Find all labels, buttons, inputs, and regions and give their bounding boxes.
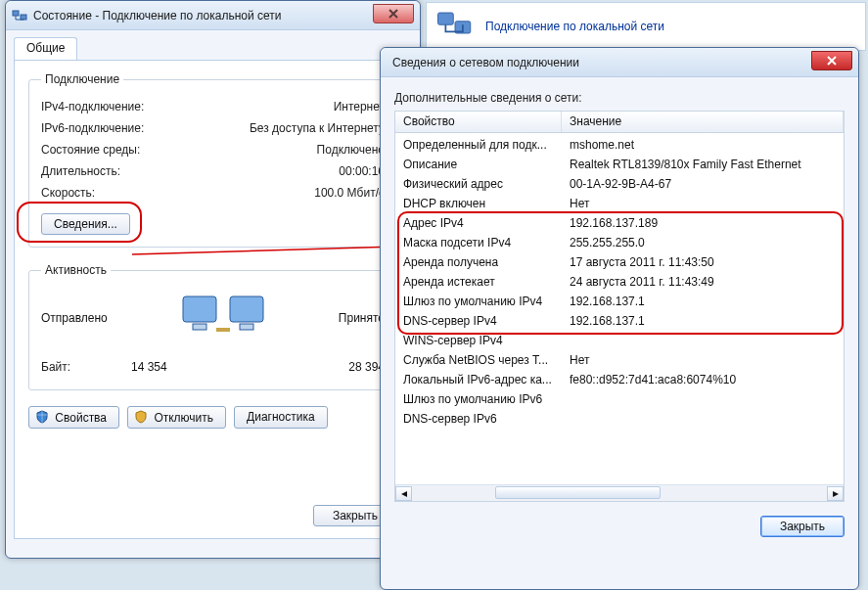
details-row-property: Маска подсети IPv4: [395, 233, 562, 252]
details-row[interactable]: Маска подсети IPv4255.255.255.0: [395, 233, 844, 252]
details-row-value: Realtek RTL8139/810x Family Fast Etherne…: [562, 155, 844, 174]
connection-legend: Подключение: [41, 72, 123, 86]
details-row-value: Нет: [562, 194, 844, 213]
details-row-value: 192.168.137.1: [562, 292, 844, 311]
details-row-property: WINS-сервер IPv4: [395, 331, 562, 350]
details-row-value: [562, 389, 844, 409]
status-row: Длительность:00:00:16: [41, 160, 385, 182]
bytes-recv-value: 28 394: [228, 356, 385, 378]
network-connection-item[interactable]: Подключение по локальной сети: [426, 2, 866, 51]
details-row-value: fe80::d952:7d41:aca8:6074%10: [562, 370, 844, 389]
svg-rect-2: [13, 11, 19, 16]
details-row[interactable]: Адрес IPv4192.168.137.189: [395, 213, 844, 233]
status-titlebar[interactable]: Состояние - Подключение по локальной сет…: [6, 1, 420, 30]
activity-sent-label: Отправлено: [41, 311, 108, 325]
details-row-value: [562, 409, 844, 429]
activity-computers-icon: [179, 291, 267, 344]
details-row-property: Шлюз по умолчанию IPv4: [395, 292, 562, 311]
activity-legend: Активность: [41, 263, 111, 277]
status-close-button[interactable]: [373, 4, 414, 23]
details-row-property: Аренда истекает: [395, 272, 562, 292]
details-row[interactable]: Аренда получена17 августа 2011 г. 11:43:…: [395, 252, 844, 272]
status-row-label: Состояние среды:: [41, 139, 140, 160]
status-row: Скорость:100.0 Мбит/с: [41, 182, 385, 204]
details-row-property: Физический адрес: [395, 174, 562, 194]
details-row[interactable]: Физический адрес00-1A-92-9B-A4-67: [395, 174, 844, 194]
status-window: Состояние - Подключение по локальной сет…: [5, 0, 421, 559]
details-close-button-footer[interactable]: Закрыть: [760, 516, 845, 537]
details-row[interactable]: Локальный IPv6-адрес ка...fe80::d952:7d4…: [395, 370, 844, 389]
status-row-label: Длительность:: [41, 160, 120, 182]
details-row[interactable]: DNS-сервер IPv4192.168.137.1: [395, 311, 844, 331]
activity-recv-label: Принято: [339, 311, 385, 325]
details-row-value: mshome.net: [562, 135, 844, 155]
details-row[interactable]: Аренда истекает24 августа 2011 г. 11:43:…: [395, 272, 844, 292]
svg-rect-5: [230, 296, 263, 322]
details-row-property: Локальный IPv6-адрес ка...: [395, 370, 562, 389]
details-grid: Свойство Значение Определенный для подк.…: [394, 111, 845, 502]
shield-icon: [35, 410, 49, 424]
details-row-property: DNS-сервер IPv6: [395, 409, 562, 429]
status-row-value: 00:00:16: [339, 160, 385, 182]
status-row-label: IPv6-подключение:: [41, 117, 144, 139]
status-row-value: Без доступа к Интернету: [250, 117, 385, 139]
details-window: Сведения о сетевом подключении Дополните…: [380, 47, 859, 590]
status-row-value: 100.0 Мбит/с: [314, 182, 385, 204]
details-row[interactable]: Шлюз по умолчанию IPv6: [395, 389, 844, 409]
details-row-property: Описание: [395, 155, 562, 174]
details-row[interactable]: ОписаниеRealtek RTL8139/810x Family Fast…: [395, 155, 844, 174]
col-property[interactable]: Свойство: [395, 112, 562, 132]
scroll-track[interactable]: [412, 486, 827, 501]
properties-button[interactable]: Свойства: [28, 406, 119, 429]
details-row-value: 255.255.255.0: [562, 233, 844, 252]
status-row-value: Интернет: [334, 96, 385, 117]
connection-fieldset: Подключение IPv4-подключение:ИнтернетIPv…: [28, 72, 397, 248]
disable-button[interactable]: Отключить: [127, 406, 226, 429]
shield-icon: [134, 410, 148, 424]
activity-fieldset: Активность Отправлено Принято Байт: 14 3…: [28, 263, 397, 390]
horizontal-scrollbar[interactable]: ◂ ▸: [395, 484, 844, 501]
details-row[interactable]: Служба NetBIOS через T...Нет: [395, 350, 844, 370]
status-row-label: IPv4-подключение:: [41, 96, 144, 117]
tab-general[interactable]: Общие: [14, 37, 77, 61]
scroll-right-icon[interactable]: ▸: [827, 486, 844, 501]
scroll-left-icon[interactable]: ◂: [395, 486, 412, 501]
svg-rect-6: [193, 324, 206, 330]
status-buttons-row: Свойства Отключить Диагностика: [28, 406, 397, 429]
details-close-button[interactable]: [811, 51, 852, 70]
status-row: Состояние среды:Подключено: [41, 139, 385, 160]
details-button[interactable]: Сведения...: [41, 213, 130, 235]
details-row[interactable]: Определенный для подк...mshome.net: [395, 135, 844, 155]
col-value[interactable]: Значение: [562, 112, 844, 132]
details-row[interactable]: DNS-сервер IPv6: [395, 409, 844, 429]
details-row-value: 192.168.137.1: [562, 311, 844, 331]
details-titlebar[interactable]: Сведения о сетевом подключении: [381, 48, 858, 77]
details-row-property: Определенный для подк...: [395, 135, 562, 155]
details-row-property: Адрес IPv4: [395, 213, 562, 233]
status-row: IPv6-подключение:Без доступа к Интернету: [41, 117, 385, 139]
network-icon: [434, 6, 476, 47]
details-row[interactable]: WINS-сервер IPv4: [395, 331, 844, 350]
details-row-value: Нет: [562, 350, 844, 370]
details-subheader: Дополнительные сведения о сети:: [394, 91, 845, 105]
status-row-label: Скорость:: [41, 182, 95, 204]
scroll-thumb[interactable]: [495, 486, 662, 499]
details-row[interactable]: Шлюз по умолчанию IPv4192.168.137.1: [395, 292, 844, 311]
status-row: IPv4-подключение:Интернет: [41, 96, 385, 117]
details-row-value: [562, 331, 844, 350]
details-row-property: DNS-сервер IPv4: [395, 311, 562, 331]
details-row-value: 192.168.137.189: [562, 213, 844, 233]
details-window-title: Сведения о сетевом подключении: [387, 56, 852, 69]
details-row-value: 17 августа 2011 г. 11:43:50: [562, 252, 844, 272]
details-row[interactable]: DHCP включенНет: [395, 194, 844, 213]
svg-rect-7: [240, 324, 253, 330]
details-row-value: 24 августа 2011 г. 11:43:49: [562, 272, 844, 292]
diagnostics-button[interactable]: Диагностика: [234, 406, 328, 429]
details-row-value: 00-1A-92-9B-A4-67: [562, 174, 844, 194]
svg-rect-4: [183, 296, 216, 322]
details-row-property: DHCP включен: [395, 194, 562, 213]
bytes-label: Байт:: [41, 356, 70, 378]
status-window-title: Состояние - Подключение по локальной сет…: [33, 9, 414, 23]
details-row-property: Шлюз по умолчанию IPv6: [395, 389, 562, 409]
status-tabs: Общие: [14, 36, 412, 60]
